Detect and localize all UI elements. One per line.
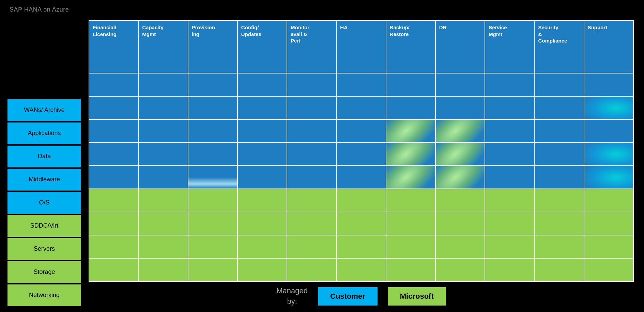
legend-customer-badge: Customer <box>318 287 378 306</box>
cell-r7-c11 <box>584 212 633 235</box>
cell-r6-c6 <box>336 189 386 212</box>
cell-r7-c7 <box>386 212 435 235</box>
cell-r5-c3 <box>188 166 237 189</box>
cell-r8-c9 <box>485 235 534 258</box>
legend-container: Managed by: Customer Microsoft <box>89 286 634 307</box>
cell-r5-c11 <box>584 166 633 189</box>
cell-r1-c2 <box>138 73 188 96</box>
cell-r3-c6 <box>336 119 386 143</box>
cell-r8-c10 <box>534 235 584 258</box>
cell-r8-c5 <box>287 235 336 258</box>
cell-r9-c10 <box>534 258 584 281</box>
cell-r3-c9 <box>485 119 534 143</box>
cell-r5-c10 <box>534 166 584 189</box>
col-service: ServiceMgmt <box>485 20 534 73</box>
cell-r7-c5 <box>287 212 336 235</box>
sidebar-item-data[interactable]: Data <box>7 145 82 168</box>
cell-r3-c10 <box>534 119 584 143</box>
page-title: SAP HANA on Azure <box>0 0 644 13</box>
cell-r4-c6 <box>336 143 386 166</box>
col-dr: DR <box>435 20 485 73</box>
cell-r2-c4 <box>237 96 287 119</box>
cell-r1-c4 <box>237 73 287 96</box>
cell-r4-c2 <box>138 143 188 166</box>
table-row <box>89 119 633 143</box>
cell-r1-c8 <box>435 73 485 96</box>
sidebar-item-storage[interactable]: Storage <box>7 261 82 284</box>
main-grid: Financial/Licensing CapacityMgmt Provisi… <box>89 20 634 307</box>
cell-r9-c11 <box>584 258 633 281</box>
cell-r7-c8 <box>435 212 485 235</box>
cell-r8-c4 <box>237 235 287 258</box>
cell-r2-c6 <box>336 96 386 119</box>
cell-r3-c4 <box>237 119 287 143</box>
cell-r5-c2 <box>138 166 188 189</box>
col-ha: HA <box>336 20 386 73</box>
cell-r5-c6 <box>336 166 386 189</box>
cell-r1-c5 <box>287 73 336 96</box>
cell-r1-c7 <box>386 73 435 96</box>
cell-r4-c3 <box>188 143 237 166</box>
legend-microsoft-badge: Microsoft <box>388 287 446 306</box>
col-financial: Financial/Licensing <box>89 20 138 73</box>
cell-r9-c5 <box>287 258 336 281</box>
cell-r1-c3 <box>188 73 237 96</box>
cell-r1-c1 <box>89 73 138 96</box>
table-row <box>89 166 633 189</box>
col-support: Support <box>584 20 633 73</box>
table-row <box>89 212 633 235</box>
cell-r4-c8 <box>435 143 485 166</box>
sidebar-item-middleware[interactable]: Middleware <box>7 168 82 191</box>
cell-r9-c2 <box>138 258 188 281</box>
cell-r4-c5 <box>287 143 336 166</box>
cell-r5-c9 <box>485 166 534 189</box>
cell-r8-c8 <box>435 235 485 258</box>
col-config: Config/Updates <box>237 20 287 73</box>
cell-r1-c6 <box>336 73 386 96</box>
cell-r8-c6 <box>336 235 386 258</box>
cell-r3-c2 <box>138 119 188 143</box>
sidebar-item-networking[interactable]: Networking <box>7 284 82 307</box>
cell-r9-c1 <box>89 258 138 281</box>
table-row <box>89 235 633 258</box>
cell-r5-c4 <box>237 166 287 189</box>
col-security: Security&Compliance <box>534 20 584 73</box>
cell-r7-c4 <box>237 212 287 235</box>
cell-r2-c11 <box>584 96 633 119</box>
cell-r8-c7 <box>386 235 435 258</box>
cell-r9-c9 <box>485 258 534 281</box>
table-row <box>89 96 633 119</box>
cell-r6-c10 <box>534 189 584 212</box>
cell-r1-c9 <box>485 73 534 96</box>
cell-r5-c1 <box>89 166 138 189</box>
cell-r6-c1 <box>89 189 138 212</box>
col-capacity: CapacityMgmt <box>138 20 188 73</box>
cell-r9-c8 <box>435 258 485 281</box>
sidebar-item-wans[interactable]: WANs/ Archive <box>7 99 82 122</box>
cell-r8-c1 <box>89 235 138 258</box>
cell-r8-c2 <box>138 235 188 258</box>
cell-r3-c1 <box>89 119 138 143</box>
sidebar-item-os[interactable]: O/S <box>7 191 82 214</box>
cell-r3-c7 <box>386 119 435 143</box>
cell-r1-c11 <box>584 73 633 96</box>
table-row <box>89 258 633 281</box>
cell-r9-c6 <box>336 258 386 281</box>
cell-r2-c1 <box>89 96 138 119</box>
cell-r8-c11 <box>584 235 633 258</box>
cell-r2-c5 <box>287 96 336 119</box>
cell-r2-c2 <box>138 96 188 119</box>
cell-r7-c1 <box>89 212 138 235</box>
cell-r1-c10 <box>534 73 584 96</box>
cell-r8-c3 <box>188 235 237 258</box>
cell-r9-c7 <box>386 258 435 281</box>
cell-r6-c2 <box>138 189 188 212</box>
sidebar-item-servers[interactable]: Servers <box>7 237 82 261</box>
sidebar-item-sddc[interactable]: SDDC/Virt <box>7 214 82 237</box>
cell-r3-c11 <box>584 119 633 143</box>
cell-r2-c8 <box>435 96 485 119</box>
cell-r3-c3 <box>188 119 237 143</box>
sidebar: WANs/ Archive Applications Data Middlewa… <box>7 20 82 307</box>
cell-r7-c3 <box>188 212 237 235</box>
sidebar-item-applications[interactable]: Applications <box>7 122 82 145</box>
